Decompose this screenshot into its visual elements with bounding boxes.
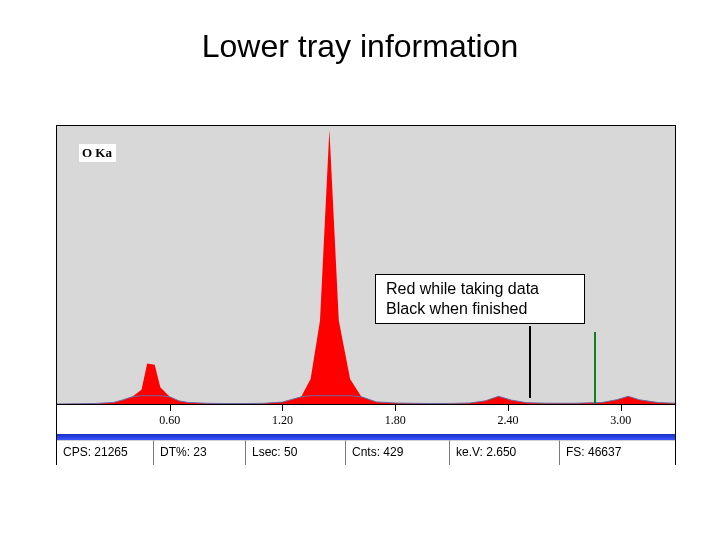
tick-label: 3.00 <box>610 413 631 428</box>
status-fs: FS: 46637 <box>560 440 675 465</box>
plot-area: O Ka Red while taking data Black when fi… <box>57 126 675 404</box>
tick-label: 1.80 <box>385 413 406 428</box>
tick <box>621 405 622 411</box>
tick-label: 1.20 <box>272 413 293 428</box>
x-axis: 0.601.201.802.403.00 <box>57 404 675 434</box>
chart-frame: O Ka Red while taking data Black when fi… <box>56 125 676 465</box>
page-title: Lower tray information <box>0 28 720 65</box>
tick-label: 2.40 <box>497 413 518 428</box>
spectrum-plot <box>57 126 675 404</box>
status-cps: CPS: 21265 <box>57 440 154 465</box>
status-bar: CPS: 21265 DT%: 23 Lsec: 50 Cnts: 429 ke… <box>57 440 675 465</box>
tick <box>170 405 171 411</box>
tick <box>508 405 509 411</box>
tick-label: 0.60 <box>159 413 180 428</box>
annotation-box: Red while taking data Black when finishe… <box>375 274 585 324</box>
status-kev: ke.V: 2.650 <box>450 440 560 465</box>
annotation-line1: Red while taking data <box>386 279 576 299</box>
tick <box>395 405 396 411</box>
status-cnts: Cnts: 429 <box>346 440 450 465</box>
tick <box>282 405 283 411</box>
peak-label-oka: O Ka <box>79 144 116 162</box>
annotation-line2: Black when finished <box>386 299 576 319</box>
status-dt: DT%: 23 <box>154 440 246 465</box>
status-lsec: Lsec: 50 <box>246 440 346 465</box>
arrow-to-spectrum-1 <box>529 326 531 398</box>
